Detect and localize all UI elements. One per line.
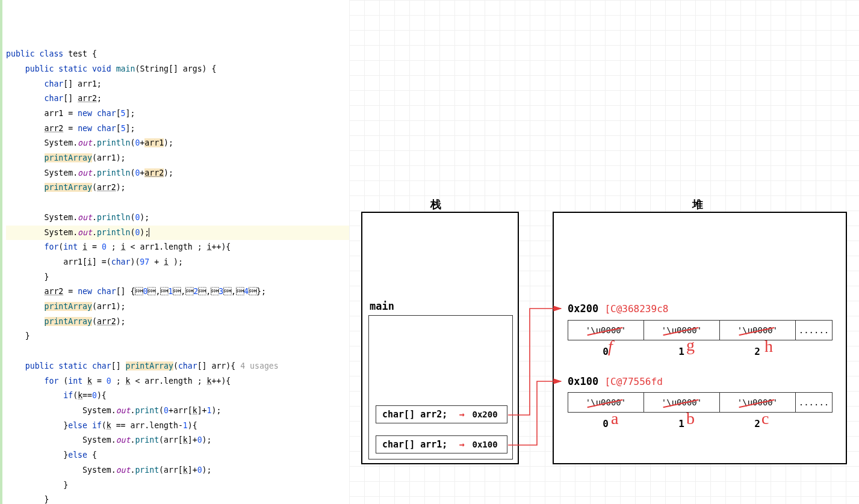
heap-addr-1: 0x200 [C@368239c8	[568, 303, 668, 315]
stack-title: 栈	[430, 197, 441, 212]
code-line[interactable]: System.out.print(arr[k]+0);	[6, 463, 349, 478]
code-line[interactable]	[6, 195, 349, 211]
code-line[interactable]: arr1 = new char[5];	[6, 106, 349, 121]
code-line[interactable]: printArray(arr2);	[6, 180, 349, 195]
code-line[interactable]: }	[6, 270, 349, 285]
heap-title: 堆	[692, 197, 703, 212]
memory-diagram: 栈 堆 main char[] arr2; → 0x200 char[] arr…	[349, 0, 859, 504]
code-line[interactable]: }	[6, 329, 349, 344]
code-line[interactable]: printArray(arr2);	[6, 315, 349, 330]
code-line[interactable]: public class test {	[6, 47, 349, 62]
code-line[interactable]: printArray(arr1);	[6, 300, 349, 315]
code-editor[interactable]: public class test { public static void m…	[0, 0, 349, 504]
code-line[interactable]: }	[6, 478, 349, 493]
code-line[interactable]: System.out.print(arr[k]+0);	[6, 433, 349, 448]
var-arr2: char[] arr2; → 0x200	[376, 405, 507, 423]
code-line[interactable]: System.out.println(0);	[6, 211, 349, 226]
heap-addr-2: 0x100 [C@77556fd	[568, 375, 663, 387]
code-line[interactable]: if(k==0){	[6, 389, 349, 404]
arrow-right-icon: →	[459, 439, 464, 450]
code-line[interactable]: public static void main(String[] args) {	[6, 62, 349, 77]
var-arr1: char[] arr1; → 0x100	[376, 435, 507, 453]
code-line[interactable]: System.out.print(0+arr[k]+1);	[6, 404, 349, 419]
code-line[interactable]: System.out.println(0+arr1);	[6, 136, 349, 151]
main-frame-label: main	[370, 300, 394, 312]
code-line[interactable]: System.out.println(0);	[6, 226, 349, 241]
code-line[interactable]: arr2 = new char[5];	[6, 121, 349, 137]
heap-idx-1: 012	[568, 346, 795, 357]
code-line[interactable]: }	[6, 493, 349, 504]
code-line[interactable]: arr1[i] =(char)(97 + i );	[6, 255, 349, 270]
code-line[interactable]: arr2 = new char[] {0,1,2,3,4};	[6, 284, 349, 300]
code-line[interactable]: for (int k = 0 ; k < arr.length ; k++){	[6, 374, 349, 389]
arrow-right-icon: →	[459, 409, 464, 420]
code-line[interactable]: printArray(arr1);	[6, 151, 349, 166]
code-line[interactable]: }else if(k == arr.length-1){	[6, 419, 349, 434]
code-line[interactable]: System.out.println(0+arr2);	[6, 166, 349, 181]
mem-cell-more: ......	[796, 321, 832, 340]
code-line[interactable]: }else {	[6, 448, 349, 463]
code-line[interactable]: for(int i = 0 ; i < arr1.length ; i++){	[6, 240, 349, 255]
code-line[interactable]: char[] arr1;	[6, 77, 349, 92]
code-line[interactable]	[6, 344, 349, 359]
heap-idx-2: 012	[568, 418, 795, 429]
stack-box: main char[] arr2; → 0x200 char[] arr1; →…	[361, 212, 519, 464]
code-line[interactable]: public static char[] printArray(char[] a…	[6, 359, 349, 374]
mem-cell-more: ......	[796, 393, 832, 412]
code-line[interactable]: char[] arr2;	[6, 91, 349, 106]
